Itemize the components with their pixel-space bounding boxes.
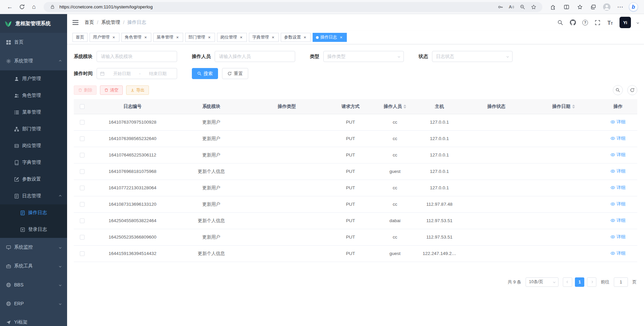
refresh-table-button[interactable] [627, 85, 637, 95]
breadcrumb-system[interactable]: 系统管理 [101, 19, 120, 25]
sort-icon[interactable] [572, 103, 575, 110]
font-size-icon[interactable]: TT [607, 19, 613, 26]
date-range-picker[interactable]: 开始日期 - 结束日期 [97, 68, 177, 79]
breadcrumb-home[interactable]: 首页 [85, 19, 94, 25]
more-menu-icon[interactable]: ⋯ [615, 2, 625, 12]
zoom-out-icon[interactable] [519, 3, 527, 11]
favorites-icon[interactable] [575, 2, 585, 12]
row-checkbox[interactable] [80, 136, 85, 141]
split-screen-icon[interactable] [562, 2, 571, 12]
tab-role[interactable]: 角色管理× [121, 33, 151, 42]
detail-link[interactable]: 详细 [610, 135, 626, 141]
search-button[interactable]: 搜索 [192, 68, 218, 79]
tab-param[interactable]: 参数设置× [281, 33, 311, 42]
close-icon[interactable]: × [143, 35, 148, 40]
sidebar-item-param[interactable]: 参数设置 [0, 171, 67, 188]
row-checkbox[interactable] [80, 153, 85, 157]
page-number-button[interactable]: 1 [575, 277, 584, 287]
github-icon[interactable] [570, 19, 576, 26]
next-page-button[interactable] [587, 277, 596, 287]
browser-profile-avatar[interactable] [602, 2, 611, 12]
tab-home[interactable]: 首页 [72, 33, 88, 42]
sidebar-item-monitor[interactable]: 系统监控 [0, 238, 67, 257]
browser-refresh-button[interactable] [16, 1, 28, 13]
close-icon[interactable]: × [239, 35, 244, 40]
detail-link[interactable]: 详细 [610, 168, 626, 174]
close-icon[interactable]: × [271, 35, 275, 40]
sidebar-item-system[interactable]: 系统管理 [0, 52, 67, 70]
prev-page-button[interactable] [563, 277, 572, 287]
tab-post[interactable]: 岗位管理× [217, 33, 247, 42]
col-date[interactable]: 操作日期 [528, 99, 599, 114]
row-checkbox[interactable] [80, 169, 85, 174]
close-icon[interactable]: × [303, 35, 307, 40]
read-aloud-icon[interactable]: A [507, 3, 516, 11]
add-favorite-icon[interactable] [530, 3, 538, 11]
detail-link[interactable]: 详细 [610, 152, 626, 158]
user-avatar[interactable]: Yi [620, 17, 631, 28]
sidebar-item-loginlog[interactable]: 登录日志 [0, 221, 67, 238]
row-checkbox[interactable] [80, 186, 85, 190]
close-icon[interactable]: × [111, 35, 116, 40]
url-text[interactable]: https://ccnetcore.com:1101/system/log/op… [59, 4, 493, 9]
clear-button[interactable]: 清空 [100, 85, 123, 95]
start-date-placeholder[interactable]: 开始日期 [106, 71, 138, 77]
search-icon[interactable] [557, 19, 564, 26]
tab-operlog[interactable]: 操作日志× [313, 33, 347, 42]
detail-link[interactable]: 详细 [610, 119, 626, 125]
tab-user[interactable]: 用户管理× [90, 33, 119, 42]
detail-link[interactable]: 详细 [610, 217, 626, 223]
tab-dept[interactable]: 部门管理× [185, 33, 215, 42]
type-select[interactable]: 操作类型 [323, 51, 404, 62]
row-checkbox[interactable] [80, 120, 85, 125]
fullscreen-icon[interactable] [594, 19, 601, 26]
sidebar-item-erp[interactable]: ERP [0, 294, 67, 313]
bing-copilot-icon[interactable]: b [629, 2, 638, 11]
export-button[interactable]: 导出 [126, 85, 149, 95]
close-icon[interactable]: × [339, 35, 343, 40]
password-key-icon[interactable] [496, 3, 504, 11]
row-checkbox[interactable] [80, 251, 85, 256]
sidebar-item-role[interactable]: 角色管理 [0, 87, 67, 104]
sidebar-item-tools[interactable]: 系统工具 [0, 257, 67, 275]
sidebar-item-operlog[interactable]: 操作日志 [0, 204, 67, 221]
sidebar-item-post[interactable]: 岗位管理 [0, 137, 67, 154]
tab-menu[interactable]: 菜单管理× [153, 33, 183, 42]
extensions-icon[interactable] [548, 2, 558, 12]
sidebar-item-yi[interactable]: Yi框架 [0, 313, 67, 326]
col-operator[interactable]: 操作人员 [376, 99, 414, 114]
address-bar[interactable]: https://ccnetcore.com:1101/system/log/op… [44, 2, 542, 12]
browser-home-button[interactable]: ⌂ [28, 1, 40, 13]
sidebar-item-dict[interactable]: 字典管理 [0, 154, 67, 171]
row-checkbox[interactable] [80, 235, 85, 240]
end-date-placeholder[interactable]: 结束日期 [142, 71, 174, 77]
toggle-search-button[interactable] [613, 85, 623, 95]
sidebar-item-bbs[interactable]: BBS [0, 275, 67, 294]
help-icon[interactable]: ? [582, 20, 588, 25]
reset-button[interactable]: 重置 [222, 68, 248, 79]
hamburger-icon[interactable] [72, 19, 79, 25]
detail-link[interactable]: 详细 [610, 201, 626, 207]
tab-dict[interactable]: 字典管理× [249, 33, 279, 42]
detail-link[interactable]: 详细 [610, 234, 626, 240]
avatar-caret-icon[interactable] [637, 21, 639, 23]
sidebar-item-menu[interactable]: 菜单管理 [0, 104, 67, 121]
back-button[interactable]: ← [4, 1, 15, 13]
sidebar-item-dept[interactable]: 部门管理 [0, 121, 67, 137]
select-all-checkbox[interactable] [80, 104, 85, 109]
sidebar-item-log[interactable]: 日志管理 [0, 188, 67, 204]
sidebar-item-home[interactable]: 首页 [0, 33, 67, 52]
detail-link[interactable]: 详细 [610, 185, 626, 191]
status-select[interactable]: 日志状态 [432, 51, 513, 62]
close-icon[interactable]: × [175, 35, 180, 40]
page-size-select[interactable]: 10条/页 [526, 277, 558, 287]
sidebar-item-user[interactable]: 用户管理 [0, 70, 67, 87]
row-checkbox[interactable] [80, 218, 85, 223]
close-icon[interactable]: × [207, 35, 212, 40]
goto-page-input[interactable] [614, 277, 628, 287]
delete-button[interactable]: 删除 [74, 85, 97, 95]
operator-input[interactable] [215, 51, 295, 62]
row-checkbox[interactable] [80, 202, 85, 207]
collections-icon[interactable] [589, 2, 598, 12]
module-input[interactable] [97, 51, 177, 62]
